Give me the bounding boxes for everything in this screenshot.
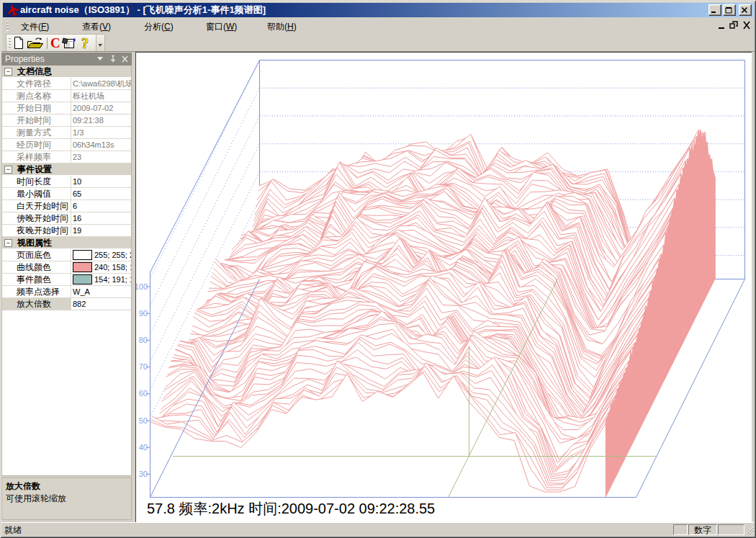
svg-text:100: 100 bbox=[136, 282, 148, 291]
svg-text:57.8 频率:2kHz 时间:2009-07-02 09:: 57.8 频率:2kHz 时间:2009-07-02 09:22:28.55 bbox=[147, 501, 435, 516]
svg-text:?: ? bbox=[81, 35, 89, 51]
svg-text:70: 70 bbox=[139, 362, 148, 371]
svg-text:C: C bbox=[50, 35, 60, 50]
